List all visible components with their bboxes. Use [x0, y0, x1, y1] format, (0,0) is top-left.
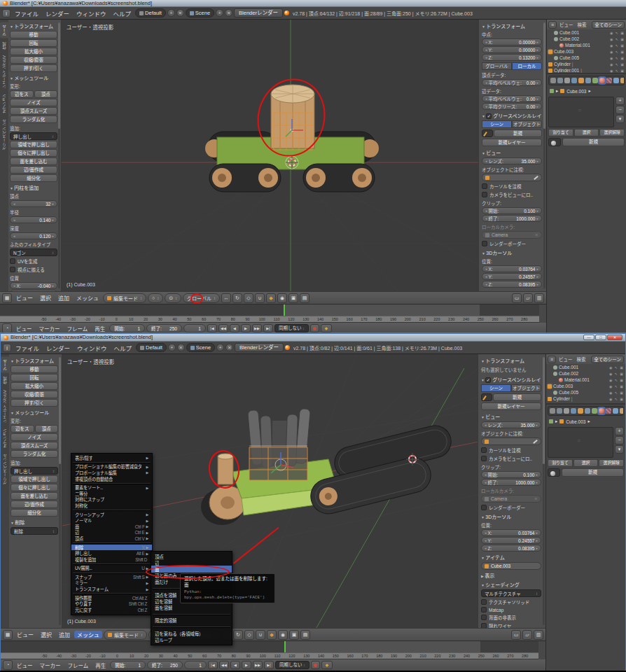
- mode-dropdown[interactable]: 編集モード↕: [104, 630, 147, 640]
- checkbox-row[interactable]: UVを生成: [10, 258, 57, 265]
- timeline-ruler[interactable]: -50-40-30-20-100102030405060708090100110…: [1, 652, 540, 659]
- local-camera-field[interactable]: Camera✕: [481, 495, 541, 503]
- viewport-menu[interactable]: メッシュ: [74, 294, 102, 302]
- tool-button[interactable]: 辺をス: [10, 90, 34, 98]
- tool-shelf-tab[interactable]: シェーディング/UV: [1, 388, 9, 426]
- number-field[interactable]: 32: [10, 200, 57, 207]
- assign-button[interactable]: 割り当て: [548, 459, 573, 467]
- pivot-dropdown[interactable]: ⊙↕: [165, 293, 181, 303]
- menubar-menu[interactable]: レンダー: [43, 344, 73, 352]
- lock-object-field[interactable]: [481, 438, 541, 445]
- tool-button[interactable]: 拡大縮小: [11, 382, 58, 390]
- number-field[interactable]: Z:0.08395: [481, 545, 541, 552]
- tab-render-layers-icon[interactable]: [557, 78, 563, 83]
- gp-new-button[interactable]: 新規: [493, 393, 541, 401]
- tab-object-data-icon[interactable]: [592, 408, 597, 414]
- checkbox-row[interactable]: 隠れワイヤ: [481, 622, 541, 628]
- frame-start-field[interactable]: 開始:1: [110, 661, 146, 669]
- timeline[interactable]: -50-40-30-20-100102030405060708090100110…: [1, 640, 545, 659]
- viewport-menu[interactable]: 追加: [56, 631, 73, 638]
- number-field[interactable]: 平均ベベルウェ:0.00: [482, 95, 542, 102]
- material-browse-icon[interactable]: [548, 138, 561, 146]
- tool-button[interactable]: 領域で押し出し: [11, 475, 58, 483]
- tool-button[interactable]: 頂点スムーズ: [11, 442, 58, 449]
- scrollbar[interactable]: [543, 22, 545, 288]
- tool-button[interactable]: ノイズ: [11, 433, 58, 441]
- menubar-menu[interactable]: レンダー: [43, 9, 72, 18]
- tool-button[interactable]: 回転: [11, 374, 58, 382]
- outliner-row[interactable]: Cube.005 ◉ ↖ ▣: [547, 55, 626, 61]
- number-field[interactable]: Y:0.000: [10, 290, 57, 291]
- visibility-icons[interactable]: ◉ ↖ ▣: [609, 403, 624, 404]
- number-field[interactable]: 開始:0.100: [482, 207, 542, 214]
- menu-item[interactable]: ノーマル ▶: [71, 517, 152, 524]
- tool-button[interactable]: 押す/引く: [11, 399, 58, 407]
- jump-to-next-keyframe-button[interactable]: ▶▶: [253, 661, 263, 669]
- tool-shelf-tab[interactable]: グリースペンシル: [1, 451, 9, 486]
- local-camera-field[interactable]: Camera✕: [482, 231, 542, 239]
- panel-header-grease-pencil[interactable]: グリースペンシルレイ: [481, 376, 541, 383]
- editor-type-icon[interactable]: i: [2, 9, 11, 18]
- timeline[interactable]: -50-40-30-20-100102030405060708090100110…: [0, 304, 546, 322]
- number-field[interactable]: 平均クリース:0.00: [482, 103, 542, 110]
- scrollbar[interactable]: [543, 357, 545, 625]
- tab-object-icon[interactable]: [578, 78, 584, 83]
- scene-remove-button[interactable]: ✕: [225, 344, 233, 351]
- material-slot-list[interactable]: [548, 427, 613, 458]
- menu-item[interactable]: 対称化: [71, 503, 152, 509]
- tab-render-icon[interactable]: [550, 408, 555, 414]
- layout-add-button[interactable]: +: [167, 9, 175, 17]
- tool-button[interactable]: 個々に押し出し: [10, 149, 57, 157]
- menu-item[interactable]: 押し出し Alt E ▶: [71, 550, 152, 556]
- visibility-icons[interactable]: ◉ ↖ ▣: [610, 62, 625, 66]
- checkbox-row[interactable]: 視点に揃える: [10, 266, 57, 273]
- panel-header-transform[interactable]: トランスフォーム: [482, 22, 542, 29]
- panel-header-transform[interactable]: トランスフォーム: [10, 22, 57, 29]
- menubar-menu[interactable]: ヘルプ: [111, 344, 135, 352]
- outliner-row[interactable]: Material.001 ◉ ↖ ▣: [547, 42, 626, 48]
- proportional-edit-icon[interactable]: ◉: [278, 630, 288, 640]
- outliner-row[interactable]: Cube.002 ◉ ↖ ▣: [547, 36, 626, 42]
- minimize-button[interactable]: —: [583, 335, 594, 340]
- number-field[interactable]: 平均ベベルウェ:0.00: [482, 79, 542, 86]
- outliner-menu[interactable]: 検索: [576, 21, 588, 28]
- tab-scene-icon[interactable]: [564, 78, 570, 83]
- clear-icon[interactable]: ✕: [534, 496, 538, 502]
- titlebar[interactable]: Blender* [C:¥Users¥anazawa¥Downloads¥scr…: [0, 0, 626, 7]
- panel-header-grease-pencil[interactable]: グリースペンシルレイ: [482, 112, 542, 119]
- scene-add-button[interactable]: +: [216, 9, 223, 17]
- mode-dropdown[interactable]: 編集モード↕: [103, 293, 146, 303]
- editor-type-icon[interactable]: i: [3, 344, 11, 352]
- scene-selector[interactable]: Scene: [186, 8, 214, 18]
- tool-button[interactable]: 面を差し込む: [11, 492, 58, 500]
- outliner-row[interactable]: Cube.001 ◉ ↖ ▣: [547, 29, 626, 36]
- tab-material-icon[interactable]: [599, 78, 605, 83]
- outliner-row[interactable]: Cube.002 ◉ ↖ ▣: [546, 370, 625, 377]
- object-name-field[interactable]: Cube.003: [481, 562, 541, 570]
- maximize-button[interactable]: □: [595, 335, 606, 340]
- tool-button[interactable]: 細分化: [11, 509, 58, 517]
- number-field[interactable]: 0.140: [10, 216, 57, 223]
- outliner-row[interactable]: Cube.003 ◉ ↖ ▣: [546, 383, 625, 389]
- panel-header-item[interactable]: アイテム: [482, 290, 542, 291]
- menubar-menu[interactable]: ウィンドウ: [74, 9, 109, 18]
- keying-set-icon[interactable]: ◆: [321, 324, 332, 332]
- checkbox[interactable]: [481, 447, 487, 453]
- material-new-button[interactable]: 新規: [562, 468, 624, 477]
- scene-filter-dropdown[interactable]: 全てのシーン: [591, 356, 624, 363]
- checkbox[interactable]: [482, 192, 487, 197]
- jump-to-next-keyframe-button[interactable]: ▶▶: [252, 324, 262, 332]
- tool-shelf-tab[interactable]: オプション: [0, 92, 8, 115]
- menu-item[interactable]: スナップ Shift S ▶: [71, 574, 152, 580]
- current-frame-field[interactable]: 1: [183, 324, 206, 332]
- tool-shelf-tab[interactable]: ツール: [0, 22, 8, 38]
- scene-remove-button[interactable]: ✕: [225, 9, 232, 17]
- panel-header-display[interactable]: 表示: [481, 572, 541, 579]
- checkbox-row[interactable]: カメラをビューにロ..: [481, 455, 541, 462]
- tab-render-icon[interactable]: [550, 78, 556, 83]
- checkbox[interactable]: [10, 258, 15, 264]
- menubar-menu[interactable]: ウィンドウ: [74, 344, 110, 352]
- tool-button[interactable]: 収縮/膨張: [11, 391, 58, 398]
- assign-button[interactable]: 選択: [573, 459, 599, 467]
- render-engine-selector[interactable]: Blenderレンダー: [234, 8, 283, 18]
